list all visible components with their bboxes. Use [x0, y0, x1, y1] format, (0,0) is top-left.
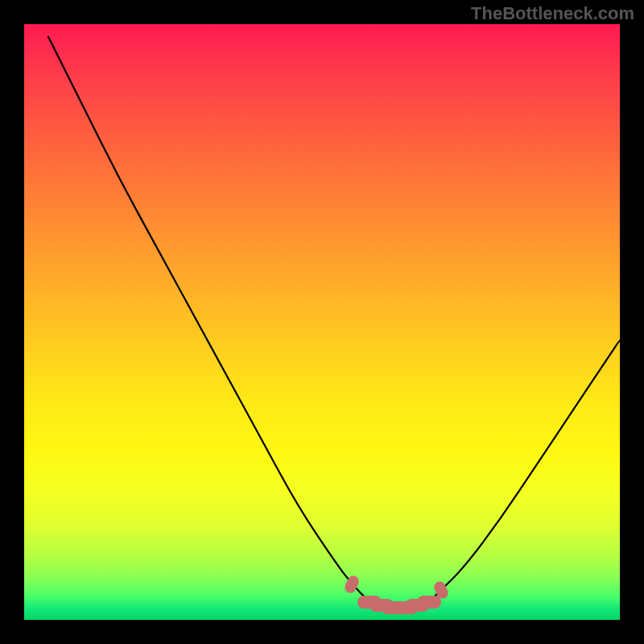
curve-marker	[343, 574, 361, 595]
watermark-text: TheBottleneck.com	[471, 3, 634, 24]
marker-layer	[24, 24, 620, 620]
chart-plot-area	[24, 24, 620, 620]
curve-marker	[417, 596, 441, 609]
